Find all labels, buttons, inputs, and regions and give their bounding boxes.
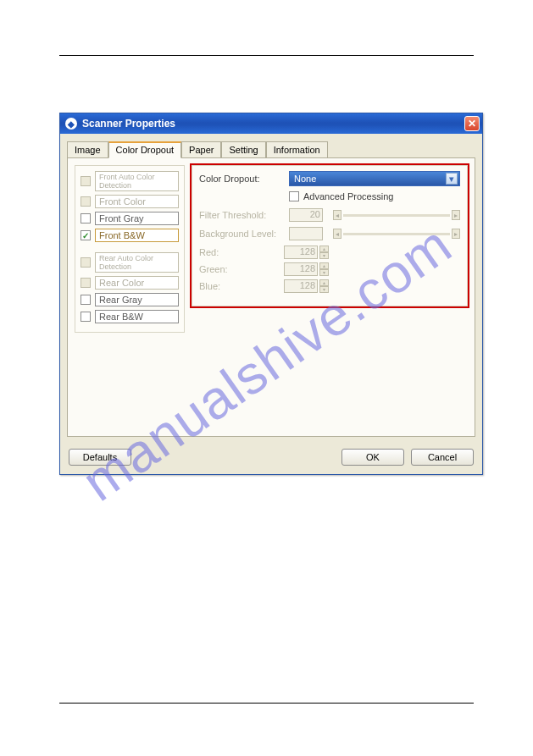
blue-label: Blue:	[199, 281, 284, 291]
option-rear-auto: Rear Auto Color Detection	[95, 252, 179, 273]
red-label: Red:	[199, 247, 284, 257]
filter-threshold-label: Filter Threshold:	[199, 210, 284, 220]
tabstrip: Image Color Dropout Paper Setting Inform…	[60, 134, 482, 157]
tab-image[interactable]: Image	[67, 141, 108, 158]
blue-value: 128	[284, 279, 318, 293]
tab-color-dropout[interactable]: Color Dropout	[108, 141, 181, 158]
green-label: Green:	[199, 264, 284, 274]
chevron-down-icon: ▾	[446, 173, 458, 185]
dropout-settings-panel: Color Dropout: None ▾ Advanced Processin…	[192, 165, 468, 306]
side-selection-panel: Front Auto Color Detection Front Color F…	[75, 165, 185, 333]
window-title: Scanner Properties	[82, 118, 175, 130]
titlebar[interactable]: ◆ Scanner Properties ✕	[60, 113, 482, 134]
spin-up-icon: ▴	[319, 279, 329, 286]
page-rule-top	[59, 55, 474, 56]
spin-down-icon: ▾	[319, 252, 329, 259]
option-rear-bw[interactable]: Rear B&W	[95, 310, 179, 323]
checkbox-rear-gray[interactable]	[81, 295, 91, 305]
option-front-bw[interactable]: Front B&W	[95, 229, 179, 242]
page-rule-bottom	[59, 703, 474, 704]
option-rear-color: Rear Color	[95, 276, 179, 290]
background-level-label: Background Level:	[199, 229, 284, 239]
dropdown-value: None	[294, 174, 316, 184]
green-value: 128	[284, 262, 318, 276]
filter-threshold-slider: ◂ ▸	[333, 210, 460, 220]
color-dropout-dropdown[interactable]: None ▾	[289, 171, 460, 186]
checkbox-advanced[interactable]	[289, 191, 299, 201]
advanced-processing-label: Advanced Processing	[303, 191, 393, 201]
checkbox-front-color	[81, 196, 91, 207]
checkbox-rear-color	[81, 278, 91, 288]
slider-right-icon: ▸	[452, 210, 460, 220]
background-level-slider: ◂ ▸	[333, 229, 460, 239]
spin-up-icon: ▴	[319, 262, 329, 269]
slider-left-icon: ◂	[333, 210, 341, 220]
close-button[interactable]: ✕	[464, 116, 480, 131]
defaults-button[interactable]: Defaults	[69, 449, 131, 466]
checkbox-rear-bw[interactable]	[81, 312, 91, 322]
spin-up-icon: ▴	[319, 246, 329, 252]
tab-information[interactable]: Information	[266, 141, 328, 158]
spin-down-icon: ▾	[319, 286, 329, 293]
checkbox-front-bw[interactable]	[81, 230, 91, 240]
app-icon: ◆	[65, 118, 77, 130]
option-rear-gray[interactable]: Rear Gray	[95, 293, 179, 306]
scanner-properties-window: ◆ Scanner Properties ✕ Image Color Dropo…	[59, 113, 483, 475]
option-front-color: Front Color	[95, 195, 179, 208]
background-level-value	[289, 227, 323, 240]
tab-paper[interactable]: Paper	[181, 141, 221, 158]
slider-left-icon: ◂	[333, 229, 341, 239]
color-dropout-label: Color Dropout:	[199, 174, 284, 184]
checkbox-rear-auto	[81, 257, 91, 268]
checkbox-front-auto	[81, 176, 91, 186]
option-front-gray[interactable]: Front Gray	[95, 212, 179, 225]
button-row: Defaults OK Cancel	[60, 444, 482, 474]
spin-down-icon: ▾	[319, 269, 329, 276]
cancel-button[interactable]: Cancel	[411, 449, 474, 466]
ok-button[interactable]: OK	[341, 449, 404, 466]
checkbox-front-gray[interactable]	[81, 213, 91, 223]
filter-threshold-value: 20	[289, 208, 323, 222]
tab-setting[interactable]: Setting	[221, 141, 265, 158]
tab-body: Front Auto Color Detection Front Color F…	[67, 157, 475, 437]
option-front-auto: Front Auto Color Detection	[95, 171, 179, 191]
slider-right-icon: ▸	[452, 229, 460, 239]
red-value: 128	[284, 246, 318, 259]
